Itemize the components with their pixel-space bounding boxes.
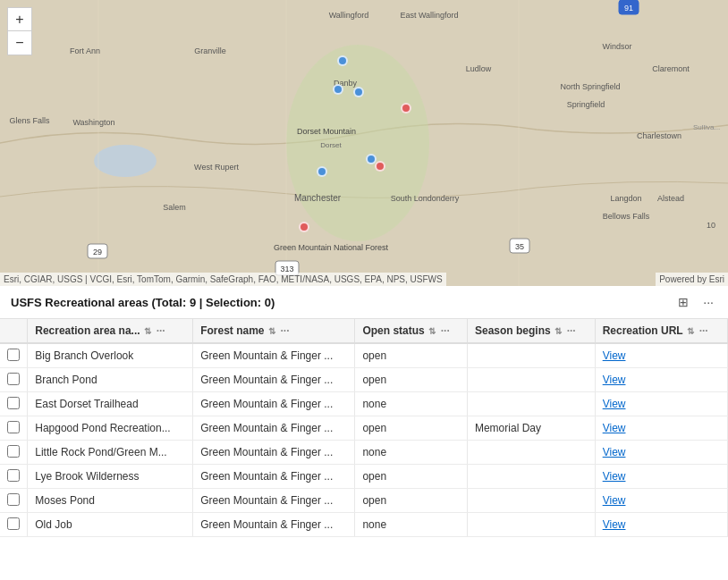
table-row: Branch Pond Green Mountain & Finger ... … (0, 368, 728, 392)
cell-url[interactable]: View (595, 368, 727, 392)
row-checkbox[interactable] (7, 493, 20, 506)
svg-text:Dorset Mountain: Dorset Mountain (297, 127, 356, 136)
table-row: Hapgood Pond Recreation... Green Mountai… (0, 416, 728, 441)
cell-name: Little Rock Pond/Green M... (28, 441, 193, 465)
col-header-url[interactable]: Recreation URL ⇅ ··· (595, 319, 727, 343)
cell-status: open (355, 465, 468, 489)
cell-name: Branch Pond (28, 368, 193, 392)
svg-text:North Springfield: North Springfield (560, 82, 620, 91)
zoom-out-button[interactable]: − (8, 31, 31, 55)
map-pin-pin5[interactable] (317, 166, 327, 177)
row-checkbox-cell[interactable] (0, 441, 28, 465)
cell-url[interactable]: View (595, 441, 727, 465)
svg-text:29: 29 (93, 248, 102, 256)
row-checkbox-cell[interactable] (0, 489, 28, 513)
table-row: East Dorset Trailhead Green Mountain & F… (0, 392, 728, 416)
more-options-button[interactable]: ··· (699, 293, 717, 311)
svg-text:East Wallingford: East Wallingford (400, 11, 458, 20)
svg-text:Manchester: Manchester (294, 193, 342, 203)
cell-url[interactable]: View (595, 489, 727, 513)
col-header-name[interactable]: Recreation area na... ⇅ ··· (28, 319, 193, 343)
svg-text:Green Mountain National Forest: Green Mountain National Forest (274, 243, 389, 252)
grid-view-button[interactable]: ⊞ (674, 293, 692, 311)
table-header: USFS Recreational areas (Total: 9 | Sele… (0, 286, 728, 319)
table-body: Big Branch Overlook Green Mountain & Fin… (0, 343, 728, 537)
cell-forest: Green Mountain & Finger ... (193, 465, 355, 489)
map-container: 29 313 35 91 Manchester Dorset Mountain … (0, 0, 728, 286)
table-row: Little Rock Pond/Green M... Green Mounta… (0, 441, 728, 465)
svg-text:Wallingford: Wallingford (329, 11, 369, 20)
cell-url[interactable]: View (595, 392, 727, 416)
cell-url[interactable]: View (595, 416, 727, 441)
row-checkbox[interactable] (7, 397, 20, 409)
map-pin-pin7[interactable] (375, 161, 385, 172)
cell-season (467, 489, 595, 513)
view-link[interactable]: View (603, 518, 626, 531)
view-link[interactable]: View (603, 422, 626, 434)
table-toolbar: ⊞ ··· (674, 293, 717, 311)
svg-text:Washington: Washington (72, 118, 114, 127)
svg-text:Fort Ann: Fort Ann (70, 46, 100, 55)
view-link[interactable]: View (603, 446, 626, 458)
col-header-status[interactable]: Open status ⇅ ··· (355, 319, 468, 343)
cell-url[interactable]: View (595, 343, 727, 368)
row-checkbox-cell[interactable] (0, 368, 28, 392)
table-row: Old Job Green Mountain & Finger ... none… (0, 513, 728, 537)
view-link[interactable]: View (603, 374, 626, 386)
svg-text:Bellows Falls: Bellows Falls (603, 212, 650, 221)
svg-text:Sulliva...: Sulliva... (693, 123, 720, 131)
svg-text:Dorset: Dorset (320, 141, 342, 149)
col-header-forest[interactable]: Forest name ⇅ ··· (193, 319, 355, 343)
map-pin-pin1[interactable] (337, 55, 348, 66)
cell-forest: Green Mountain & Finger ... (193, 368, 355, 392)
cell-status: open (355, 343, 468, 368)
cell-status: none (355, 441, 468, 465)
cell-season (467, 392, 595, 416)
map-powered-by: Powered by Esri (656, 273, 728, 286)
svg-point-1 (94, 145, 157, 177)
row-checkbox-cell[interactable] (0, 416, 28, 441)
cell-name: Old Job (28, 513, 193, 537)
row-checkbox-cell[interactable] (0, 513, 28, 537)
view-link[interactable]: View (603, 349, 626, 362)
row-checkbox[interactable] (7, 421, 20, 433)
select-all-header (0, 319, 28, 343)
cell-status: open (355, 416, 468, 441)
view-link[interactable]: View (603, 494, 626, 507)
cell-season (467, 513, 595, 537)
row-checkbox-cell[interactable] (0, 465, 28, 489)
cell-status: open (355, 489, 468, 513)
cell-url[interactable]: View (595, 513, 727, 537)
row-checkbox[interactable] (7, 469, 20, 482)
map-pin-pin2[interactable] (333, 84, 343, 95)
svg-text:Ludlow: Ludlow (466, 64, 492, 73)
map-pin-pin3[interactable] (353, 87, 364, 97)
row-checkbox[interactable] (7, 517, 20, 530)
zoom-in-button[interactable]: + (8, 8, 31, 31)
cell-name: East Dorset Trailhead (28, 392, 193, 416)
cell-season (467, 343, 595, 368)
cell-forest: Green Mountain & Finger ... (193, 343, 355, 368)
svg-text:Langdon: Langdon (610, 194, 641, 203)
map-pin-pin4[interactable] (401, 103, 411, 113)
row-checkbox[interactable] (7, 349, 20, 361)
row-checkbox[interactable] (7, 373, 20, 385)
table-header-row: Recreation area na... ⇅ ··· Forest name … (0, 319, 728, 343)
cell-status: none (355, 513, 468, 537)
svg-text:West Rupert: West Rupert (194, 163, 239, 172)
map-pin-pin8[interactable] (299, 222, 309, 232)
cell-name: Big Branch Overlook (28, 343, 193, 368)
row-checkbox-cell[interactable] (0, 343, 28, 368)
row-checkbox-cell[interactable] (0, 392, 28, 416)
col-header-season[interactable]: Season begins ⇅ ··· (467, 319, 595, 343)
cell-name: Hapgood Pond Recreation... (28, 416, 193, 441)
cell-forest: Green Mountain & Finger ... (193, 416, 355, 441)
cell-forest: Green Mountain & Finger ... (193, 441, 355, 465)
view-link[interactable]: View (603, 470, 626, 483)
row-checkbox[interactable] (7, 445, 20, 458)
table-title: USFS Recreational areas (Total: 9 | Sele… (11, 296, 275, 309)
svg-text:Windsor: Windsor (602, 42, 631, 51)
cell-name: Lye Brook Wilderness (28, 465, 193, 489)
view-link[interactable]: View (603, 398, 626, 410)
cell-url[interactable]: View (595, 465, 727, 489)
